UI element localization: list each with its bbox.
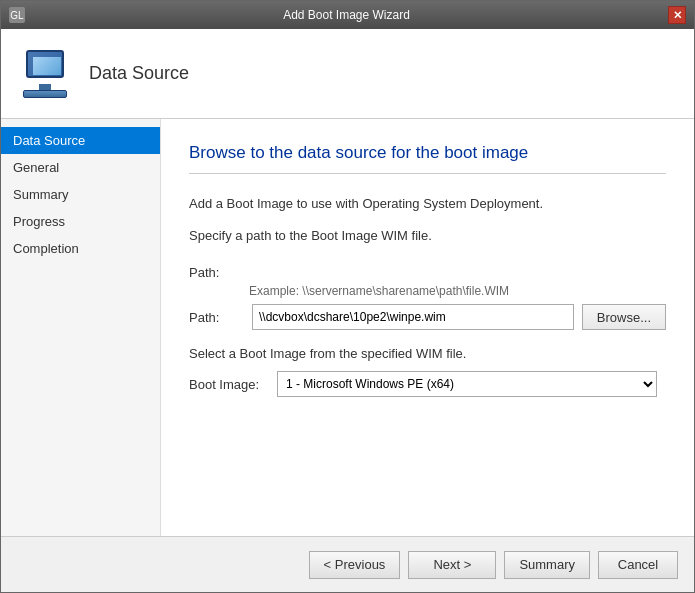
sidebar-item-data-source[interactable]: Data Source — [1, 127, 160, 154]
header-title: Data Source — [89, 63, 189, 84]
computer-icon — [19, 48, 71, 100]
description-2: Specify a path to the Boot Image WIM fil… — [189, 226, 666, 246]
path-field-label: Path: — [189, 310, 244, 325]
close-button[interactable]: ✕ — [668, 6, 686, 24]
screen-shape — [33, 57, 61, 75]
boot-image-desc: Select a Boot Image from the specified W… — [189, 346, 666, 361]
monitor-shape — [26, 50, 64, 78]
path-label: Path: — [189, 265, 666, 280]
path-input-row: Path: Browse... — [189, 304, 666, 330]
page-title: Browse to the data source for the boot i… — [189, 143, 666, 174]
path-example: Example: \\servername\sharename\path\fil… — [249, 284, 666, 298]
boot-image-select[interactable]: 1 - Microsoft Windows PE (x64) — [277, 371, 657, 397]
window-title: Add Boot Image Wizard — [25, 8, 668, 22]
content-area: Data Source General Summary Progress Com… — [1, 119, 694, 536]
app-icon: GL — [9, 7, 25, 23]
stand-shape — [39, 84, 51, 90]
cancel-button[interactable]: Cancel — [598, 551, 678, 579]
header-icon — [17, 46, 73, 102]
description-1: Add a Boot Image to use with Operating S… — [189, 194, 666, 214]
boot-image-label: Boot Image: — [189, 377, 269, 392]
boot-image-section: Select a Boot Image from the specified W… — [189, 346, 666, 397]
next-button[interactable]: Next > — [408, 551, 496, 579]
footer: < Previous Next > Summary Cancel — [1, 536, 694, 592]
sidebar-item-progress[interactable]: Progress — [1, 208, 160, 235]
previous-button[interactable]: < Previous — [309, 551, 401, 579]
boot-image-row: Boot Image: 1 - Microsoft Windows PE (x6… — [189, 371, 666, 397]
browse-button[interactable]: Browse... — [582, 304, 666, 330]
base-shape — [23, 90, 67, 98]
wizard-window: GL Add Boot Image Wizard ✕ Data Source D… — [0, 0, 695, 593]
sidebar: Data Source General Summary Progress Com… — [1, 119, 161, 536]
sidebar-item-general[interactable]: General — [1, 154, 160, 181]
path-section: Path: Example: \\servername\sharename\pa… — [189, 265, 666, 330]
header: Data Source — [1, 29, 694, 119]
sidebar-item-completion[interactable]: Completion — [1, 235, 160, 262]
sidebar-item-summary[interactable]: Summary — [1, 181, 160, 208]
main-content: Browse to the data source for the boot i… — [161, 119, 694, 536]
title-bar: GL Add Boot Image Wizard ✕ — [1, 1, 694, 29]
path-input[interactable] — [252, 304, 574, 330]
summary-button[interactable]: Summary — [504, 551, 590, 579]
